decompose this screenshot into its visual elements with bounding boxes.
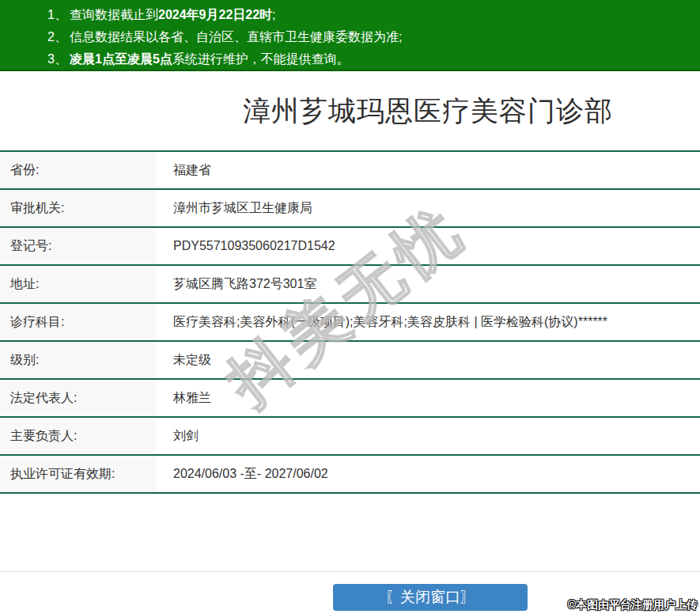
row-label: 执业许可证有效期: (0, 456, 156, 492)
row-label: 地址: (0, 266, 156, 302)
notice-text: 信息数据结果以各省、自治区、直辖市卫生健康委数据为准; (70, 30, 402, 44)
title-row: 漳州芗城玛恩医疗美容门诊部 (156, 71, 700, 150)
notice-text: 系统进行维护，不能提供查询。 (172, 52, 350, 66)
notice-text: 查询数据截止到 (70, 8, 158, 21)
row-value: 林雅兰 (156, 380, 700, 416)
page-title: 漳州芗城玛恩医疗美容门诊部 (243, 93, 613, 130)
row-label: 登记号: (0, 228, 156, 264)
notice-text-bold: 凌晨1点至凌晨5点 (70, 52, 172, 66)
row-value: 福建省 (156, 152, 700, 188)
table-row-main-person-in-charge: 主要负责人: 刘剑 (0, 418, 700, 456)
table-row-level: 级别: 未定级 (0, 342, 700, 380)
row-value: 漳州市芗城区卫生健康局 (156, 190, 700, 226)
notice-line-2: 2、信息数据结果以各省、自治区、直辖市卫生健康委数据为准; (0, 26, 700, 48)
notice-text-bold: 2024年9月22日22时 (158, 8, 272, 21)
notice-text: ; (272, 8, 275, 21)
table-row-license-validity-period: 执业许可证有效期: 2024/06/03 -至- 2027/06/02 (0, 456, 700, 494)
table-row-province: 省份: 福建省 (0, 152, 700, 190)
row-value: 医疗美容科;美容外科(一级项目);美容牙科;美容皮肤科 | 医学检验科(协议)*… (156, 304, 700, 340)
footer-divider (0, 571, 700, 572)
notice-line-3: 3、凌晨1点至凌晨5点系统进行维护，不能提供查询。 (0, 48, 700, 70)
table-row-medical-subjects: 诊疗科目: 医疗美容科;美容外科(一级项目);美容牙科;美容皮肤科 | 医学检验… (0, 304, 700, 342)
table-row-legal-representative: 法定代表人: 林雅兰 (0, 380, 700, 418)
table-row-address: 地址: 芗城区腾飞路372号301室 (0, 266, 700, 304)
row-value: 刘剑 (156, 418, 700, 454)
row-label: 主要负责人: (0, 418, 156, 454)
table-row-registration-number: 登记号: PDY55710935060217D1542 (0, 228, 700, 266)
row-label: 诊疗科目: (0, 304, 156, 340)
row-label: 审批机关: (0, 190, 156, 226)
license-detail-table: 省份: 福建省 审批机关: 漳州市芗城区卫生健康局 登记号: PDY557109… (0, 150, 700, 494)
row-label: 法定代表人: (0, 380, 156, 416)
notice-line-1: 1、查询数据截止到2024年9月22日22时; (0, 4, 700, 26)
upload-attribution: ©本图由平台注册用户上传 (568, 598, 698, 612)
row-value: 芗城区腾飞路372号301室 (156, 266, 700, 302)
row-label: 级别: (0, 342, 156, 378)
table-row-approval-authority: 审批机关: 漳州市芗城区卫生健康局 (0, 190, 700, 228)
row-value: PDY55710935060217D1542 (156, 228, 700, 264)
notice-banner: 1、查询数据截止到2024年9月22日22时; 2、信息数据结果以各省、自治区、… (0, 0, 700, 71)
row-value: 未定级 (156, 342, 700, 378)
row-label: 省份: (0, 152, 156, 188)
row-value: 2024/06/03 -至- 2027/06/02 (156, 456, 700, 492)
notice-number: 1、 (47, 4, 70, 26)
notice-number: 3、 (47, 48, 70, 70)
notice-number: 2、 (47, 26, 70, 48)
close-window-button[interactable]: 〖关闭窗口〗 (333, 584, 528, 611)
